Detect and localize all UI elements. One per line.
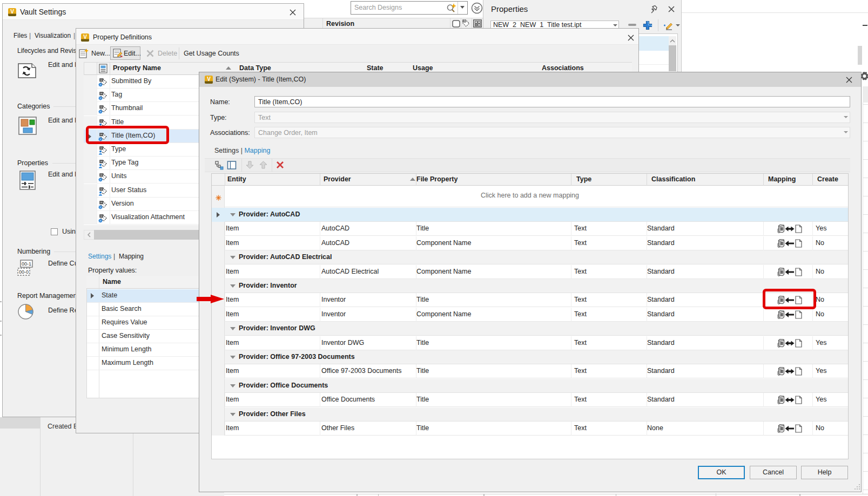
svg-text:V: V: [10, 9, 14, 15]
svg-text:V: V: [207, 76, 211, 82]
svg-text:00-1: 00-1: [22, 261, 31, 267]
svg-text:V: V: [83, 34, 87, 40]
svg-text:00-0: 00-0: [19, 269, 29, 275]
